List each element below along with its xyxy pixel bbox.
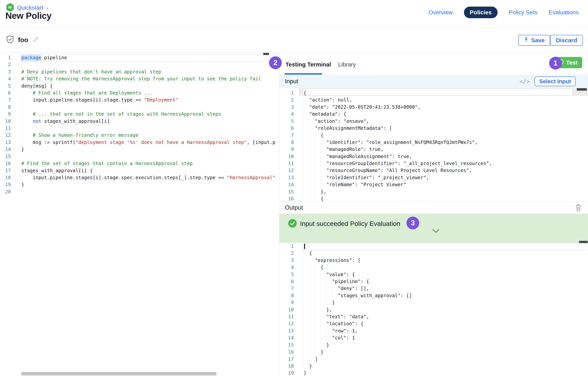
indent-guide — [326, 299, 332, 306]
line-number: 8 — [0, 104, 11, 111]
indent-guide — [315, 139, 321, 146]
code-text: { — [304, 90, 306, 96]
code-text: ] — [304, 356, 318, 363]
indent-guide — [326, 334, 332, 341]
indent-guide — [309, 306, 315, 313]
indent-guide — [304, 306, 309, 313]
code-line: 1package pipeline — [0, 54, 279, 61]
code-line: 2{ — [280, 250, 588, 257]
line-number: 12 — [280, 167, 294, 174]
line-number: 2 — [280, 250, 294, 257]
chevron-down-icon[interactable] — [432, 229, 440, 234]
indent-guide — [309, 167, 315, 174]
indent-guide — [315, 306, 321, 313]
indent-guide — [304, 139, 309, 146]
edit-pencil-icon[interactable] — [33, 36, 39, 43]
breadcrumb-project-link[interactable]: Quickstart — [17, 4, 43, 11]
nav-policy-sets[interactable]: Policy Sets — [509, 9, 537, 16]
code-line: 2"action": null, — [280, 96, 588, 104]
indent-guide — [21, 125, 33, 132]
code-line: 5"action": "onsave", — [280, 118, 588, 125]
code-line: 3# Deny pipelines that don't have an app… — [0, 68, 279, 75]
tab-library[interactable]: Library — [338, 61, 356, 68]
indent-guide — [321, 271, 327, 278]
indent-guide — [304, 271, 309, 278]
indent-guide — [315, 146, 321, 153]
indent-guide — [304, 257, 309, 264]
indent-guide — [315, 334, 321, 341]
line-number: 5 — [280, 118, 294, 125]
input-json-editor[interactable]: 1{2"action": null,3"date": "2022-05-05T2… — [280, 90, 588, 201]
banner-message: Input succeeded Policy Evaluation — [300, 220, 400, 227]
scrollbar-thumb[interactable] — [579, 241, 588, 243]
line-number: 2 — [280, 96, 294, 104]
code-line: 5"value": { — [280, 271, 588, 278]
code-text: "value": { — [304, 271, 355, 278]
select-input-button[interactable]: Select Input — [535, 77, 576, 86]
tab-testing-terminal[interactable]: Testing Terminal — [285, 61, 331, 68]
line-number: 3 — [0, 68, 11, 75]
code-text: } — [21, 181, 24, 188]
shield-check-icon — [6, 35, 14, 44]
indent-guide — [321, 146, 327, 153]
code-text: "metadata": { — [304, 111, 346, 118]
indent-guide — [304, 320, 309, 327]
scrollbar-thumb[interactable] — [263, 53, 269, 55]
code-line: 18} — [280, 363, 588, 370]
indent-guide — [309, 292, 315, 299]
code-view-icon[interactable]: </> — [520, 78, 530, 85]
line-number: 16 — [0, 160, 11, 167]
nav-evaluations[interactable]: Evaluations — [549, 9, 579, 16]
code-line: 7input.pipeline.stages[i].stage.type == … — [0, 96, 279, 104]
line-number: 4 — [0, 75, 11, 82]
code-line: 15}, — [280, 188, 588, 195]
code-line: 1{ — [280, 90, 588, 96]
indent-guide — [321, 153, 327, 160]
output-json-editor[interactable]: 1[2{3"expressions": [4{5"value": {6"pipe… — [280, 243, 588, 377]
line-number: 8 — [280, 139, 294, 146]
line-number: 1 — [0, 54, 11, 61]
indent-guide — [304, 278, 309, 285]
code-line: 11"resourceGroupIdentifier": "_all_proje… — [280, 160, 588, 167]
trash-icon[interactable] — [575, 204, 581, 212]
line-number: 16 — [280, 195, 294, 201]
code-line: 14"roleName": "Project Viewer" — [280, 181, 588, 188]
line-number: 15 — [280, 188, 294, 195]
top-nav: Overview Policies Policy Sets Evaluation… — [429, 7, 579, 18]
code-text: msg := sprintf("deployment stage '%s' do… — [21, 139, 275, 146]
indent-guide — [315, 320, 321, 327]
code-line: 9"managedRole": true, — [280, 146, 588, 153]
discard-button[interactable]: Discard — [550, 35, 583, 46]
indent-guide — [304, 363, 309, 370]
save-button[interactable]: Save — [518, 35, 550, 46]
indent-guide — [326, 285, 332, 292]
indent-guide — [304, 132, 309, 139]
indent-guide — [321, 306, 327, 313]
indent-guide — [315, 132, 321, 139]
indent-guide — [315, 285, 321, 292]
page-title: New Policy — [5, 11, 51, 21]
nav-overview[interactable]: Overview — [429, 9, 453, 16]
code-text: } — [304, 363, 312, 370]
line-number: 14 — [280, 334, 294, 341]
code-text: "expressions": [ — [304, 257, 361, 264]
policy-code-editor[interactable]: 1package pipeline23# Deny pipelines that… — [0, 53, 279, 372]
code-line: 4{ — [280, 264, 588, 271]
upload-icon — [523, 37, 529, 44]
indent-guide — [309, 313, 315, 320]
line-number: 8 — [280, 292, 294, 299]
indent-guide — [315, 278, 321, 285]
line-number: 1 — [280, 243, 294, 250]
horizontal-scrollbar-thumb[interactable] — [21, 372, 216, 376]
nav-policies-active[interactable]: Policies — [464, 7, 498, 18]
indent-guide — [309, 118, 315, 125]
line-number: 13 — [280, 327, 294, 334]
line-number: 3 — [280, 257, 294, 264]
output-section-header: Output — [280, 201, 588, 214]
code-line: 8"identifier": "role_assignment_NsFQM43R… — [280, 139, 588, 146]
code-text: } — [304, 349, 323, 355]
code-line: 9} — [280, 299, 588, 306]
line-number: 12 — [0, 132, 11, 139]
scrollbar-thumb[interactable] — [577, 88, 587, 91]
indent-guide — [304, 125, 309, 132]
